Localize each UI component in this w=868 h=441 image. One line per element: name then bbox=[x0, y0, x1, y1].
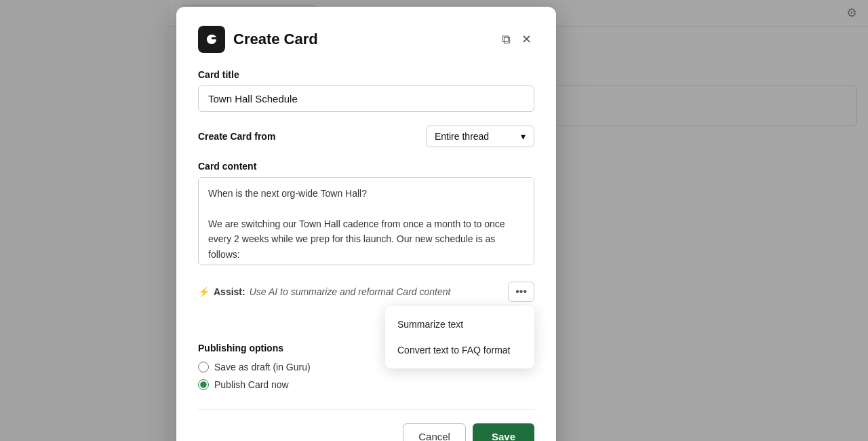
save-button[interactable]: Save bbox=[473, 423, 534, 441]
modal-footer: Cancel Save bbox=[198, 409, 534, 441]
modal-header-right: ⧉ ✕ bbox=[499, 29, 534, 50]
assist-more-button[interactable]: ••• bbox=[508, 282, 534, 302]
assist-label: Assist: bbox=[214, 286, 245, 297]
card-content-group: Card content When is the next org-wide T… bbox=[198, 161, 534, 268]
create-from-select[interactable]: Entire thread ▾ bbox=[426, 126, 534, 147]
card-title-label: Card title bbox=[198, 69, 534, 80]
chevron-down-icon: ▾ bbox=[521, 131, 526, 142]
radio-publish-label: Publish Card now bbox=[214, 379, 289, 390]
lightning-icon: ⚡ bbox=[198, 286, 210, 297]
radio-publish[interactable] bbox=[198, 379, 209, 390]
create-card-from-label: Create Card from bbox=[198, 131, 275, 142]
assist-description: Use AI to summarize and reformat Card co… bbox=[250, 286, 451, 297]
assist-bar: ⚡ Assist: Use AI to summarize and reform… bbox=[198, 282, 534, 302]
summarize-text-item[interactable]: Summarize text bbox=[385, 311, 534, 337]
create-card-from-row: Create Card from Entire thread ▾ bbox=[198, 126, 534, 147]
radio-draft-label: Save as draft (in Guru) bbox=[214, 362, 311, 372]
more-icon: ••• bbox=[515, 286, 527, 298]
duplicate-icon: ⧉ bbox=[502, 33, 511, 47]
card-content-wrapper: When is the next org-wide Town Hall? We … bbox=[198, 177, 534, 268]
assist-left: ⚡ Assist: Use AI to summarize and reform… bbox=[198, 286, 450, 297]
modal-header-left: Create Card bbox=[198, 26, 318, 53]
close-button[interactable]: ✕ bbox=[519, 29, 534, 50]
duplicate-button[interactable]: ⧉ bbox=[499, 30, 513, 50]
card-title-input[interactable] bbox=[198, 85, 534, 112]
assist-dropdown-menu: Summarize text Convert text to FAQ forma… bbox=[385, 306, 534, 368]
create-from-value: Entire thread bbox=[435, 131, 489, 142]
card-title-group: Card title bbox=[198, 69, 534, 112]
modal-title: Create Card bbox=[233, 31, 318, 48]
card-content-textarea[interactable]: When is the next org-wide Town Hall? We … bbox=[198, 177, 534, 265]
cancel-button[interactable]: Cancel bbox=[403, 423, 466, 441]
close-icon: ✕ bbox=[521, 32, 532, 47]
radio-row-publish: Publish Card now bbox=[198, 379, 534, 390]
radio-draft[interactable] bbox=[198, 362, 209, 372]
convert-faq-item[interactable]: Convert text to FAQ format bbox=[385, 337, 534, 363]
assist-area-wrapper: ⚡ Assist: Use AI to summarize and reform… bbox=[198, 282, 534, 302]
modal-header: Create Card ⧉ ✕ bbox=[198, 26, 534, 53]
create-card-modal: Create Card ⧉ ✕ Card title Create Card f… bbox=[176, 7, 556, 441]
guru-logo bbox=[198, 26, 225, 53]
card-content-label: Card content bbox=[198, 161, 534, 172]
